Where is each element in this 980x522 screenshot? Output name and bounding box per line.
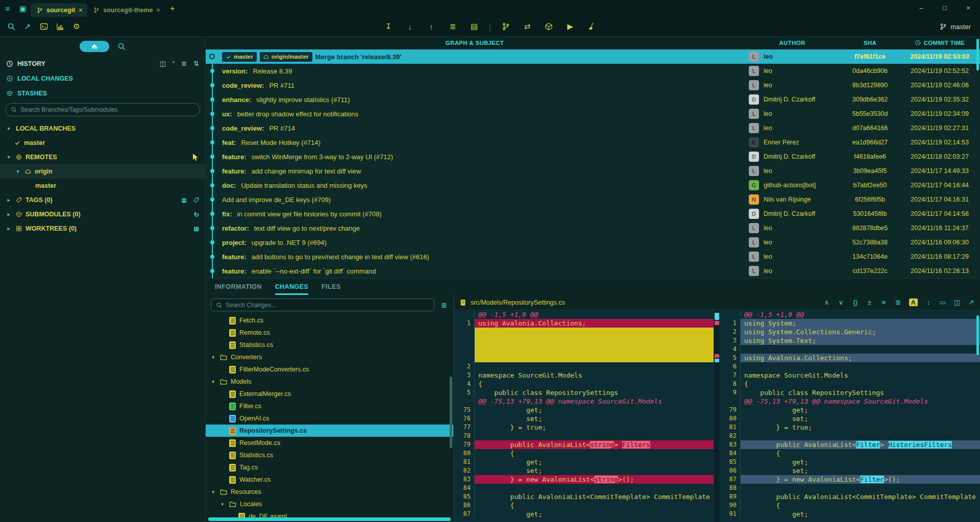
- tree-file-repositorysettings-cs[interactable]: RepositorySettings.cs: [206, 425, 453, 437]
- commit-row[interactable]: fix:in commit view get file histories by…: [206, 207, 980, 221]
- sidebar-branch-master[interactable]: master: [0, 179, 205, 193]
- new-branch-icon[interactable]: [497, 19, 514, 34]
- ref-badge-master[interactable]: master: [222, 52, 257, 62]
- sidebar-remote-origin[interactable]: ▾origin: [0, 164, 205, 179]
- tree-file-resetmode-cs[interactable]: ResetMode.cs: [206, 437, 453, 449]
- sidebar-section-submodules-0[interactable]: ▸SUBMODULES (0)↻: [0, 207, 205, 221]
- sidebar-branch-master[interactable]: master: [0, 136, 205, 150]
- tree-file-externalmerger-cs[interactable]: ExternalMerger.cs: [206, 388, 453, 400]
- tree-file-statistics-cs[interactable]: Statistics.cs: [206, 449, 453, 461]
- changes-horizontal-scrollbar[interactable]: [208, 517, 451, 521]
- commit-row[interactable]: project:upgrade to .NET 9 (#694)Lleo52c7…: [206, 235, 980, 250]
- workspace-icon[interactable]: ▣: [15, 0, 31, 17]
- current-branch-indicator[interactable]: master: [940, 23, 980, 31]
- column-sha[interactable]: SHA: [841, 40, 899, 46]
- commit-row[interactable]: enhance:slightly improve statistics (#71…: [206, 92, 980, 107]
- close-button[interactable]: ×: [957, 0, 980, 15]
- commit-row[interactable]: refactor:text diff view go to next/prev …: [206, 221, 980, 235]
- tab-files[interactable]: FILES: [322, 279, 340, 295]
- commit-row[interactable]: feature:enable `--no-ext-diff` for `git …: [206, 264, 980, 278]
- mouse-wheel-icon[interactable]: ▭: [939, 299, 946, 306]
- changes-search-input[interactable]: [226, 302, 429, 309]
- layout-columns-icon[interactable]: ◫: [160, 60, 166, 67]
- search-view-button[interactable]: [117, 42, 126, 51]
- next-difference-icon[interactable]: ∨: [838, 299, 845, 306]
- push-icon[interactable]: ↑: [423, 19, 440, 34]
- tree-folder-resources[interactable]: ▾Resources: [206, 486, 453, 498]
- tab-changes[interactable]: CHANGES: [275, 279, 308, 295]
- syntax-highlight-icon[interactable]: A: [909, 299, 918, 306]
- archive-icon[interactable]: [540, 19, 557, 34]
- tree-file-watcher-cs[interactable]: Watcher.cs: [206, 474, 453, 486]
- tree-file-remote-cs[interactable]: Remote.cs: [206, 327, 453, 339]
- tab-sourcegit[interactable]: sourcegit ×: [31, 3, 87, 17]
- close-tab-icon[interactable]: ×: [79, 7, 82, 14]
- commit-row[interactable]: ux:better drop shadow effect for notific…: [206, 107, 980, 121]
- open-external-icon[interactable]: ↗: [968, 299, 975, 306]
- tree-file-fetch-cs[interactable]: Fetch.cs: [206, 314, 453, 327]
- sort-icon[interactable]: ⇅: [193, 60, 199, 67]
- sidebar-item-local-changes[interactable]: LOCAL CHANGES: [0, 71, 205, 86]
- tree-view-toggle-icon[interactable]: ≣: [439, 301, 449, 309]
- close-tab-icon[interactable]: ×: [157, 7, 160, 14]
- home-view-button[interactable]: [80, 41, 109, 52]
- commit-row[interactable]: feat:Reset Mode Hotkey (#714)EEnner Pére…: [206, 135, 980, 150]
- commit-row[interactable]: feature:add change minimap for text diff…: [206, 164, 980, 178]
- terminal-icon[interactable]: [37, 19, 51, 34]
- diff-scrollbar[interactable]: [976, 315, 979, 355]
- tree-file-tag-cs[interactable]: Tag.cs: [206, 461, 453, 474]
- cleanup-icon[interactable]: [583, 19, 600, 34]
- prev-difference-icon[interactable]: ∧: [823, 299, 830, 306]
- apply-patch-icon[interactable]: ▤: [465, 19, 483, 34]
- commit-subject-icon[interactable]: “: [173, 60, 175, 67]
- commit-row[interactable]: code_review:PR #714Lleod07a6641662024/11…: [206, 121, 980, 135]
- ref-badge-origin-master[interactable]: origin/master: [260, 52, 312, 62]
- branch-search-input[interactable]: [20, 106, 194, 113]
- statistics-icon[interactable]: [53, 19, 67, 34]
- commit-row[interactable]: masterorigin/masterMerge branch 'release…: [206, 49, 980, 64]
- new-tab-button[interactable]: +: [165, 4, 180, 13]
- tree-folder-models[interactable]: ▾Models: [206, 376, 453, 388]
- commit-row[interactable]: Add and improve de_DE keys (#709)NNils v…: [206, 192, 980, 207]
- block-navigation-icon[interactable]: {}: [852, 299, 859, 306]
- column-commit-time[interactable]: COMMIT TIME: [899, 40, 980, 46]
- tag-list-mode-icon[interactable]: ≣: [182, 196, 187, 204]
- changes-vertical-scrollbar[interactable]: [450, 377, 452, 448]
- column-graph-subject[interactable]: GRAPH & SUBJECT: [206, 40, 744, 46]
- history-scrollbar[interactable]: [976, 39, 979, 70]
- compare-icon[interactable]: ⇄: [519, 19, 536, 34]
- graph-list-icon[interactable]: ≣: [181, 60, 187, 67]
- sidebar-section-local-branches[interactable]: ▾LOCAL BRANCHES: [0, 121, 205, 136]
- sidebar-item-history[interactable]: HISTORY ◫“≣⇅: [0, 56, 205, 71]
- sidebar-item-stashes[interactable]: STASHES: [0, 86, 205, 101]
- tree-file-filter-cs[interactable]: Filter.cs: [206, 400, 453, 412]
- tree-folder-locales[interactable]: ▾Locales: [206, 498, 453, 510]
- tab-information[interactable]: INFORMATION: [215, 279, 262, 295]
- commit-row[interactable]: doc:Update translation status and missin…: [206, 178, 980, 192]
- tree-file-statistics-cs[interactable]: Statistics.cs: [206, 339, 453, 351]
- tree-file-filtermodeconverters-cs[interactable]: FilterModeConverters.cs: [206, 363, 453, 376]
- tree-folder-converters[interactable]: ▾Converters: [206, 351, 453, 363]
- column-author[interactable]: AUTHOR: [744, 40, 841, 46]
- configure-icon[interactable]: ⚙: [69, 19, 84, 34]
- run-custom-action-icon[interactable]: ▶: [561, 19, 579, 34]
- stash-icon[interactable]: ≣: [444, 19, 461, 34]
- minimize-button[interactable]: –: [910, 0, 933, 15]
- sidebar-section-remotes[interactable]: ▾REMOTES: [0, 150, 205, 164]
- tab-sourcegit-theme[interactable]: sourcegit-theme ×: [87, 3, 165, 17]
- maximize-button[interactable]: □: [933, 0, 957, 15]
- commit-row[interactable]: feature:switch WinMerge from 3-way to 2-…: [206, 150, 980, 164]
- word-wrap-icon[interactable]: ≣: [895, 299, 902, 306]
- side-by-side-icon[interactable]: ◫: [953, 299, 961, 306]
- update-submodules-icon[interactable]: ↻: [194, 211, 199, 218]
- sidebar-section-tags-0[interactable]: ▸TAGS (0)≣: [0, 193, 205, 207]
- search-commits-icon[interactable]: [4, 19, 18, 34]
- tree-file-openai-cs[interactable]: OpenAI.cs: [206, 412, 453, 425]
- line-numbers-icon[interactable]: ≡: [880, 299, 888, 306]
- open-external-icon[interactable]: ↗: [20, 19, 35, 34]
- main-menu-icon[interactable]: ≡: [0, 0, 15, 17]
- show-symbols-icon[interactable]: ±: [866, 299, 873, 306]
- diff-minimap[interactable]: [714, 310, 720, 522]
- commit-row[interactable]: feature:add buttons to go to prev/next c…: [206, 250, 980, 264]
- pull-icon[interactable]: ↓: [401, 19, 419, 34]
